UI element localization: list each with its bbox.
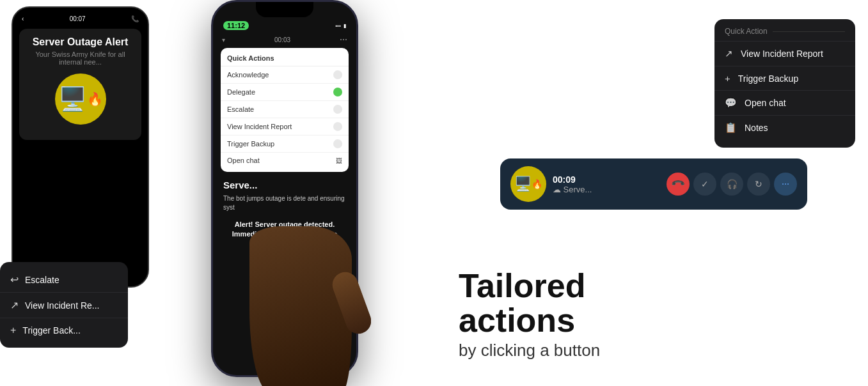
iqa-escalate-label: Escalate (227, 105, 254, 113)
iqa-escalate[interactable]: Escalate (221, 101, 349, 118)
iphone-home-bar (253, 294, 317, 297)
end-call-button[interactable]: 📞 (667, 173, 690, 196)
iqa-acknowledge-label: Acknowledge (227, 71, 269, 79)
iphone-quick-actions-dropdown: Quick Actions Acknowledge Delegate Escal… (221, 48, 349, 172)
headset-icon: 🎧 (727, 179, 738, 189)
iphone-alert-line3: restore critical services. (223, 240, 346, 247)
escalate-check-icon (333, 105, 342, 114)
call-fire-icon: 🔥 (532, 179, 542, 189)
iphone-message-text: The bot jumps outage is dete and ensurin… (223, 194, 346, 212)
headset-button[interactable]: 🎧 (720, 173, 743, 196)
iphone-dropdown-icon: ▾ (222, 36, 225, 43)
iphone-time: 11:12 (223, 21, 249, 30)
delegate-check-icon (333, 88, 342, 96)
refresh-icon: ↻ (755, 179, 762, 189)
rqa-open-chat-icon: 💬 (725, 97, 737, 109)
headline: Tailored actions (459, 268, 702, 338)
qa-item-escalate[interactable]: ↩ Escalate (0, 267, 128, 293)
android-notification-card: Server Outage Alert Your Swiss Army Knif… (19, 29, 141, 140)
rqa-view-incident-icon: ↗ (725, 48, 733, 59)
android-call-icon: 📞 (131, 15, 139, 22)
photo-icon: 🖼 (336, 157, 342, 164)
qa-trigger-backup-label: Trigger Back... (22, 325, 81, 336)
call-avatar-emoji: 🖥️ (514, 176, 532, 192)
android-screen: ‹ 00:07 📞 Server Outage Alert Your Swiss… (13, 8, 148, 286)
end-call-button[interactable]: 📞 (271, 262, 299, 290)
iqa-open-chat-label: Open chat (227, 157, 260, 164)
android-phone: ‹ 00:07 📞 Server Outage Alert Your Swiss… (12, 6, 149, 288)
battery-icon: ▮ (343, 23, 346, 29)
rqa-view-incident[interactable]: ↗ View Incident Report (714, 42, 855, 66)
iphone-notch (256, 2, 313, 17)
tagline-area: Tailored actions by clicking a button (459, 268, 702, 360)
iqa-acknowledge[interactable]: Acknowledge (221, 66, 349, 84)
more-icon: ⋯ (782, 180, 789, 189)
iphone: 11:12 ▪▪▪ ▮ ▾ 00:03 ⋯ Quick Actions Ackn… (211, 0, 358, 377)
call-actions: 📞 ✓ 🎧 ↻ ⋯ (667, 173, 797, 196)
end-call-icon: 📞 (670, 176, 685, 191)
iqa-view-incident[interactable]: View Incident Report (221, 118, 349, 135)
rqa-divider (773, 31, 845, 32)
rqa-open-chat-label: Open chat (745, 98, 786, 108)
rqa-header-label: Quick Action (725, 27, 768, 36)
android-avatar-emoji: 🖥️ (58, 86, 87, 112)
rqa-notes[interactable]: 📋 Notes (714, 116, 855, 140)
more-button[interactable]: ⋯ (774, 173, 797, 196)
qa-item-trigger-backup[interactable]: + Trigger Back... (0, 318, 128, 343)
escalate-icon: ↩ (10, 274, 19, 286)
rqa-trigger-backup-label: Trigger Backup (738, 73, 798, 84)
iphone-alert-line1: Alert! Server outage detected. (223, 220, 346, 229)
right-quick-action-panel: Quick Action ↗ View Incident Report + Tr… (714, 19, 855, 148)
fire-icon: 🔥 (87, 91, 103, 107)
iqa-view-incident-label: View Incident Report (227, 123, 292, 130)
iqa-delegate-label: Delegate (227, 88, 255, 96)
view-incident-check-icon (333, 122, 342, 131)
iqa-delegate[interactable]: Delegate (221, 84, 349, 101)
call-name: ☁ Serve... (553, 185, 660, 194)
iphone-call-timer: 00:03 (274, 36, 290, 43)
call-bar: 🖥️ 🔥 00:09 ☁ Serve... 📞 ✓ 🎧 ↻ ⋯ (500, 158, 807, 210)
rqa-view-incident-label: View Incident Report (741, 49, 823, 59)
subheadline: by clicking a button (459, 341, 702, 360)
view-incident-icon: ↗ (10, 299, 19, 311)
iphone-screen: 11:12 ▪▪▪ ▮ ▾ 00:03 ⋯ Quick Actions Ackn… (213, 2, 356, 375)
iqa-trigger-backup-label: Trigger Backup (227, 140, 274, 148)
wifi-icon: ▪▪▪ (335, 23, 341, 29)
iqa-header: Quick Actions (221, 52, 349, 66)
refresh-button[interactable]: ↻ (747, 173, 770, 196)
trigger-backup-check-icon (333, 139, 342, 148)
acknowledge-check-icon (333, 70, 342, 79)
android-time: 00:07 (70, 15, 86, 22)
checkmark-button[interactable]: ✓ (693, 173, 716, 196)
android-status-bar: ‹ 00:07 📞 (19, 14, 141, 24)
rqa-notes-label: Notes (745, 123, 768, 133)
check-icon: ✓ (701, 179, 709, 189)
rqa-trigger-backup-icon: + (725, 73, 730, 84)
call-avatar: 🖥️ 🔥 (510, 166, 546, 202)
rqa-open-chat[interactable]: 💬 Open chat (714, 91, 855, 116)
iphone-alert-line2: Immediate attention required to (223, 229, 346, 239)
call-info: 00:09 ☁ Serve... (553, 174, 660, 194)
qa-view-incident-label: View Incident Re... (25, 300, 99, 311)
rqa-notes-icon: 📋 (725, 122, 737, 134)
iphone-more-icon: ⋯ (340, 35, 347, 44)
trigger-backup-icon: + (10, 325, 16, 336)
rqa-header: Quick Action (714, 27, 855, 42)
android-notif-subtitle: Your Swiss Army Knife for all internal n… (27, 50, 134, 66)
qa-escalate-label: Escalate (25, 275, 59, 285)
iphone-message-area: Serve... The bot jumps outage is dete an… (218, 174, 351, 252)
call-timer: 00:09 (553, 174, 660, 185)
qa-item-view-incident[interactable]: ↗ View Incident Re... (0, 293, 128, 318)
iphone-server-title: Serve... (223, 180, 346, 190)
android-avatar: 🖥️ 🔥 (55, 73, 106, 125)
android-notif-title: Server Outage Alert (27, 36, 134, 48)
rqa-trigger-backup[interactable]: + Trigger Backup (714, 66, 855, 91)
android-back-icon: ‹ (22, 15, 24, 22)
iphone-status-bar: 11:12 ▪▪▪ ▮ (218, 21, 351, 30)
quick-actions-panel-left: ↩ Escalate ↗ View Incident Re... + Trigg… (0, 262, 128, 348)
iqa-open-chat[interactable]: Open chat 🖼 (221, 153, 349, 168)
iqa-trigger-backup[interactable]: Trigger Backup (221, 135, 349, 153)
